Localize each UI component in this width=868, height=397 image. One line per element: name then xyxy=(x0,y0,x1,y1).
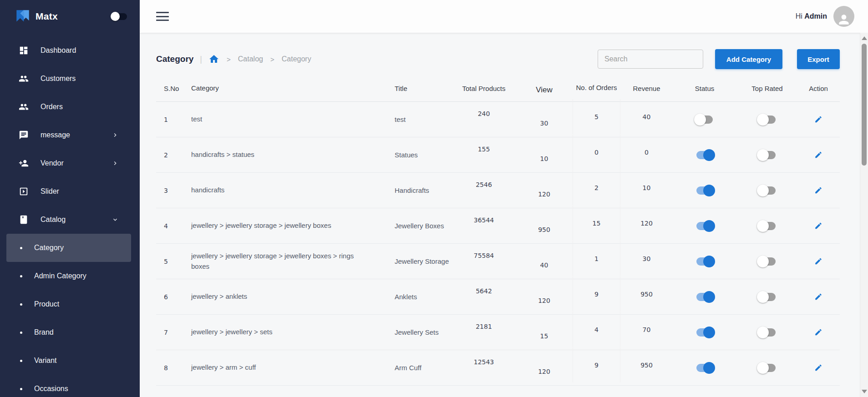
cell-title: Jewellery Boxes xyxy=(384,222,452,230)
breadcrumb-chevron-icon: > xyxy=(270,55,274,63)
cell-status xyxy=(673,186,736,195)
edit-button[interactable] xyxy=(812,361,825,375)
breadcrumb-link-catalog[interactable]: Catalog xyxy=(238,55,263,63)
cell-revenue: 950 xyxy=(620,362,673,369)
app-window: Matx DashboardCustomersOrdersmessageVend… xyxy=(0,0,868,397)
cell-top_rated xyxy=(736,151,798,159)
edit-pencil-icon xyxy=(814,291,822,302)
top-rated-toggle[interactable] xyxy=(759,116,776,124)
edit-pencil-icon xyxy=(814,114,822,125)
chevron-down-icon xyxy=(112,216,119,223)
top-rated-toggle[interactable] xyxy=(759,257,776,266)
status-toggle[interactable] xyxy=(696,364,713,372)
sidebar-mode-toggle[interactable] xyxy=(112,13,127,20)
sidebar-item-variant[interactable]: Variant xyxy=(6,347,131,375)
cell-view: 10 xyxy=(516,155,573,162)
status-toggle[interactable] xyxy=(696,186,713,195)
scrollbar-down-arrow[interactable] xyxy=(860,387,868,396)
add-category-button[interactable]: Add Category xyxy=(715,49,782,69)
sidebar-item-occasions[interactable]: Occasions xyxy=(6,375,131,397)
cell-top_rated xyxy=(736,364,798,372)
cell-total_products: 155 xyxy=(452,146,516,153)
export-button[interactable]: Export xyxy=(797,49,840,69)
people-icon xyxy=(18,73,29,84)
cell-title: Jewellery Storage xyxy=(384,257,452,265)
toggle-knob xyxy=(757,362,769,374)
sidebar-mode-toggle-knob xyxy=(111,12,120,21)
breadcrumb-link-category[interactable]: Category xyxy=(282,55,311,63)
status-toggle[interactable] xyxy=(696,222,713,230)
sidebar-item-dashboard[interactable]: Dashboard xyxy=(0,36,140,65)
cell-revenue: 950 xyxy=(620,291,673,298)
cell-action xyxy=(798,113,839,126)
search-input[interactable] xyxy=(598,50,703,69)
table-row: 8jewellery > arm > cuffArm Cuff125431209… xyxy=(156,350,840,386)
sidebar-item-admin-category[interactable]: Admin Category xyxy=(6,262,131,290)
cell-status xyxy=(673,364,736,372)
bullet-icon xyxy=(20,388,22,390)
cell-action xyxy=(798,184,839,197)
cell-title: test xyxy=(384,116,452,123)
sidebar-item-catalog[interactable]: Catalog xyxy=(0,206,140,234)
sidebar-item-customers[interactable]: Customers xyxy=(0,65,140,93)
table-row: 3handicraftsHandicrafts2546120210 xyxy=(156,173,840,208)
user-avatar[interactable] xyxy=(833,6,854,27)
cell-action xyxy=(798,148,839,162)
cell-category: jewellery > jewellery > sets xyxy=(181,327,384,337)
top-rated-toggle[interactable] xyxy=(759,151,776,159)
sidebar-subitem-label: Category xyxy=(34,244,64,252)
menu-toggle-icon[interactable] xyxy=(156,12,169,21)
topbar-right: Hi Admin xyxy=(796,6,854,27)
edit-button[interactable] xyxy=(812,113,825,126)
sidebar-item-message[interactable]: message xyxy=(0,121,140,149)
book-icon xyxy=(18,214,29,225)
edit-button[interactable] xyxy=(812,219,825,233)
top-rated-toggle[interactable] xyxy=(759,328,776,337)
cell-title: Arm Cuff xyxy=(384,364,452,372)
bullet-icon xyxy=(20,332,22,334)
sidebar-item-slider[interactable]: Slider xyxy=(0,177,140,206)
status-toggle[interactable] xyxy=(696,328,713,337)
edit-button[interactable] xyxy=(812,290,825,304)
cell-orders: 4 xyxy=(573,312,620,347)
cell-sno: 8 xyxy=(156,364,181,372)
sidebar-subitem-label: Occasions xyxy=(34,385,68,393)
toggle-knob xyxy=(757,149,769,161)
status-toggle[interactable] xyxy=(696,151,713,159)
cell-status xyxy=(673,116,736,124)
cell-revenue: 120 xyxy=(620,220,673,227)
top-rated-toggle[interactable] xyxy=(759,364,776,372)
cell-top_rated xyxy=(736,222,798,230)
sidebar: Matx DashboardCustomersOrdersmessageVend… xyxy=(0,0,140,397)
status-toggle[interactable] xyxy=(696,257,713,266)
status-toggle[interactable] xyxy=(696,293,713,301)
cell-total_products: 5642 xyxy=(452,287,516,295)
edit-button[interactable] xyxy=(812,255,825,268)
top-rated-toggle[interactable] xyxy=(759,186,776,195)
edit-button[interactable] xyxy=(812,148,825,162)
top-rated-toggle[interactable] xyxy=(759,222,776,230)
column-header-revenue: Revenue xyxy=(620,85,673,92)
column-header-top-rated: Top Rated xyxy=(736,85,798,92)
sidebar-item-label: Vendor xyxy=(41,159,112,167)
page-title: Category xyxy=(156,54,193,64)
edit-button[interactable] xyxy=(812,184,825,197)
table-row: 2handicrafts > statuesStatues1551000 xyxy=(156,137,840,173)
sidebar-item-vendor[interactable]: Vendor xyxy=(0,149,140,177)
cell-sno: 5 xyxy=(156,258,181,265)
sidebar-item-label: message xyxy=(41,131,112,139)
scrollbar-thumb[interactable] xyxy=(862,44,867,166)
home-icon[interactable] xyxy=(208,54,219,65)
page-header: Category | > Catalog > Category Add Cate… xyxy=(156,48,840,70)
sidebar-item-brand[interactable]: Brand xyxy=(6,318,131,347)
sidebar-item-product[interactable]: Product xyxy=(6,290,131,318)
edit-button[interactable] xyxy=(812,326,825,339)
sidebar-item-category[interactable]: Category xyxy=(6,234,131,262)
cell-orders: 0 xyxy=(573,135,620,170)
top-rated-toggle[interactable] xyxy=(759,293,776,301)
sidebar-item-label: Catalog xyxy=(41,216,112,224)
scrollbar-up-arrow[interactable] xyxy=(860,34,868,43)
cell-action xyxy=(798,290,839,304)
status-toggle[interactable] xyxy=(696,116,713,124)
sidebar-item-orders[interactable]: Orders xyxy=(0,93,140,121)
